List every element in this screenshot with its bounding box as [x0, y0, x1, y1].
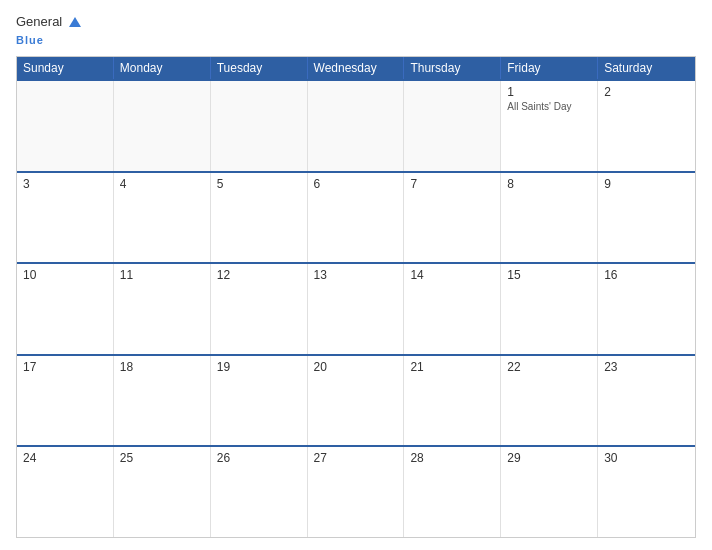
cal-cell: 27 [308, 447, 405, 537]
day-number: 6 [314, 177, 398, 191]
holiday-label: All Saints' Day [507, 101, 591, 112]
day-number: 1 [507, 85, 591, 99]
day-number: 27 [314, 451, 398, 465]
cal-cell: 3 [17, 173, 114, 263]
cal-cell: 22 [501, 356, 598, 446]
day-header-friday: Friday [501, 57, 598, 79]
cal-cell [211, 81, 308, 171]
cal-cell: 4 [114, 173, 211, 263]
cal-cell [17, 81, 114, 171]
day-number: 17 [23, 360, 107, 374]
day-number: 23 [604, 360, 689, 374]
day-number: 20 [314, 360, 398, 374]
day-number: 30 [604, 451, 689, 465]
cal-cell: 28 [404, 447, 501, 537]
day-number: 21 [410, 360, 494, 374]
cal-cell: 10 [17, 264, 114, 354]
cal-cell: 5 [211, 173, 308, 263]
day-number: 25 [120, 451, 204, 465]
cal-cell: 11 [114, 264, 211, 354]
cal-cell: 25 [114, 447, 211, 537]
cal-cell: 17 [17, 356, 114, 446]
day-number: 26 [217, 451, 301, 465]
day-number: 28 [410, 451, 494, 465]
day-number: 5 [217, 177, 301, 191]
cal-cell: 30 [598, 447, 695, 537]
calendar-body: 1All Saints' Day234567891011121314151617… [17, 79, 695, 537]
page: General Blue SundayMondayTuesdayWednesda… [0, 0, 712, 550]
logo-triangle-icon [69, 17, 81, 27]
logo-line1: General [16, 12, 81, 30]
cal-cell [404, 81, 501, 171]
day-header-saturday: Saturday [598, 57, 695, 79]
day-number: 15 [507, 268, 591, 282]
calendar: SundayMondayTuesdayWednesdayThursdayFrid… [16, 56, 696, 538]
cal-cell: 6 [308, 173, 405, 263]
logo-line2: Blue [16, 30, 44, 48]
week-row-5: 24252627282930 [17, 445, 695, 537]
day-number: 3 [23, 177, 107, 191]
cal-cell [114, 81, 211, 171]
day-header-tuesday: Tuesday [211, 57, 308, 79]
cal-cell: 8 [501, 173, 598, 263]
day-number: 19 [217, 360, 301, 374]
cal-cell: 15 [501, 264, 598, 354]
cal-cell [308, 81, 405, 171]
day-number: 12 [217, 268, 301, 282]
cal-cell: 16 [598, 264, 695, 354]
week-row-4: 17181920212223 [17, 354, 695, 446]
week-row-2: 3456789 [17, 171, 695, 263]
day-number: 24 [23, 451, 107, 465]
day-header-wednesday: Wednesday [308, 57, 405, 79]
day-number: 22 [507, 360, 591, 374]
day-number: 13 [314, 268, 398, 282]
cal-cell: 12 [211, 264, 308, 354]
cal-cell: 18 [114, 356, 211, 446]
cal-cell: 13 [308, 264, 405, 354]
day-header-sunday: Sunday [17, 57, 114, 79]
day-number: 9 [604, 177, 689, 191]
cal-cell: 1All Saints' Day [501, 81, 598, 171]
logo-blue: Blue [16, 34, 44, 46]
day-number: 8 [507, 177, 591, 191]
day-number: 16 [604, 268, 689, 282]
day-number: 7 [410, 177, 494, 191]
day-number: 2 [604, 85, 689, 99]
cal-cell: 2 [598, 81, 695, 171]
day-header-thursday: Thursday [404, 57, 501, 79]
day-number: 18 [120, 360, 204, 374]
day-number: 29 [507, 451, 591, 465]
cal-cell: 29 [501, 447, 598, 537]
day-number: 10 [23, 268, 107, 282]
day-header-monday: Monday [114, 57, 211, 79]
day-number: 4 [120, 177, 204, 191]
cal-cell: 14 [404, 264, 501, 354]
cal-cell: 24 [17, 447, 114, 537]
cal-cell: 21 [404, 356, 501, 446]
header: General Blue [16, 12, 696, 48]
cal-cell: 20 [308, 356, 405, 446]
logo: General Blue [16, 12, 116, 48]
calendar-header: SundayMondayTuesdayWednesdayThursdayFrid… [17, 57, 695, 79]
cal-cell: 7 [404, 173, 501, 263]
cal-cell: 23 [598, 356, 695, 446]
week-row-1: 1All Saints' Day2 [17, 79, 695, 171]
cal-cell: 9 [598, 173, 695, 263]
logo-general: General [16, 14, 62, 29]
day-number: 14 [410, 268, 494, 282]
cal-cell: 26 [211, 447, 308, 537]
week-row-3: 10111213141516 [17, 262, 695, 354]
day-number: 11 [120, 268, 204, 282]
cal-cell: 19 [211, 356, 308, 446]
